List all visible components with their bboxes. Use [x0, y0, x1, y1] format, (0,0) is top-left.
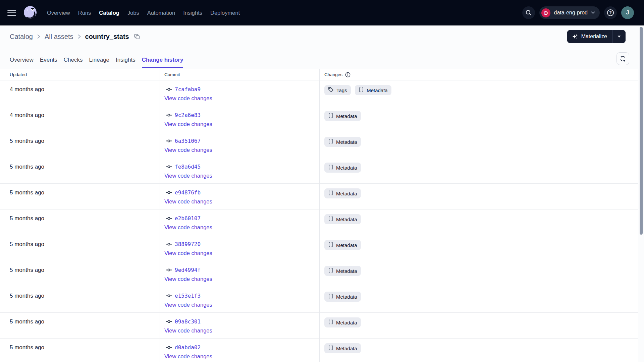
git-commit-icon [166, 164, 172, 170]
search-button[interactable] [522, 6, 535, 19]
view-code-changes-link[interactable]: View code changes [164, 249, 212, 258]
commit-hash-link[interactable]: e94876fb [175, 189, 201, 196]
commit-hash-link[interactable]: 7cafaba9 [175, 86, 201, 93]
commit-hash-link[interactable]: fe8a6d45 [175, 164, 201, 170]
refresh-button[interactable] [616, 52, 629, 65]
view-code-changes-link[interactable]: View code changes [164, 300, 212, 309]
row-updated: 5 months ago [0, 313, 160, 339]
row-updated: 5 months ago [0, 339, 160, 362]
breadcrumb-link-all-assets[interactable]: All assets [45, 33, 73, 41]
caret-down-icon [618, 36, 621, 38]
app-root: Overview Runs Catalog Jobs Automation In… [0, 0, 644, 362]
refresh-icon [620, 55, 626, 62]
row-commit: d0abda02 View code changes [160, 339, 320, 362]
commit-hash-link[interactable]: 09a8c301 [175, 318, 201, 325]
view-code-changes-link[interactable]: View code changes [164, 326, 212, 335]
nav-item-overview[interactable]: Overview [46, 8, 71, 18]
materialize-dropdown-button[interactable] [612, 30, 626, 43]
nav-item-catalog[interactable]: Catalog [98, 8, 120, 18]
commit-hash-link[interactable]: 6a351067 [175, 138, 201, 144]
column-header-updated: Updated [0, 69, 160, 80]
row-commit: e94876fb View code changes [160, 184, 320, 209]
git-commit-icon [166, 241, 172, 247]
search-icon [525, 9, 532, 16]
commit-hash-link[interactable]: e153e1f3 [175, 293, 201, 299]
view-code-changes-link[interactable]: View code changes [164, 275, 212, 284]
view-code-changes-link[interactable]: View code changes [164, 94, 212, 103]
commit-line: 38899720 [164, 240, 319, 249]
view-code-changes-link[interactable]: View code changes [164, 197, 212, 206]
row-changes: Metadata [320, 339, 638, 362]
commit-line: fe8a6d45 [164, 162, 319, 171]
row-updated: 5 months ago [0, 132, 160, 158]
copy-asset-name-button[interactable] [134, 34, 140, 40]
badge-metadata: Metadata [324, 214, 361, 224]
row-commit: 6a351067 View code changes [160, 132, 320, 158]
view-code-changes-link[interactable]: View code changes [164, 223, 212, 232]
menu-bar [7, 15, 16, 16]
brackets-icon [328, 190, 333, 196]
brackets-icon [328, 216, 333, 222]
commit-line: 09a8c301 [164, 317, 319, 326]
dagster-logo-octopus [22, 5, 38, 20]
top-nav: Overview Runs Catalog Jobs Automation In… [0, 0, 644, 25]
column-header-changes-label: Changes [324, 72, 342, 77]
workspace-name: data-eng-prod [554, 10, 588, 16]
view-code-changes-link[interactable]: View code changes [164, 171, 212, 180]
nav-item-insights[interactable]: Insights [182, 8, 203, 18]
badge-tags: Tags [324, 85, 351, 95]
nav-right: D data-eng-prod ? J [522, 6, 634, 19]
breadcrumb-link-catalog[interactable]: Catalog [10, 33, 33, 41]
view-code-changes-link[interactable]: View code changes [164, 145, 212, 155]
commit-hash-link[interactable]: d0abda02 [175, 344, 201, 351]
info-icon[interactable] [345, 72, 351, 78]
tab-insights[interactable]: Insights [116, 57, 136, 68]
tab-checks[interactable]: Checks [64, 57, 83, 68]
materialize-button[interactable]: Materialize [567, 30, 612, 43]
row-changes: Metadata [320, 132, 638, 158]
table-row: 5 months ago e2b60107 View code changes … [0, 209, 638, 235]
nav-item-jobs[interactable]: Jobs [127, 8, 140, 18]
table-row: 5 months ago 38899720 View code changes … [0, 235, 638, 261]
nav-item-automation[interactable]: Automation [147, 8, 176, 18]
row-changes: Metadata [320, 158, 638, 184]
table-body: 4 months ago 7cafaba9 View code changes … [0, 80, 638, 362]
tab-lineage[interactable]: Lineage [89, 57, 110, 68]
main-nav: Overview Runs Catalog Jobs Automation In… [46, 8, 247, 18]
menu-bar [7, 12, 16, 13]
table-row: 5 months ago e153e1f3 View code changes … [0, 287, 638, 313]
tab-change-history[interactable]: Change history [142, 57, 183, 68]
breadcrumb-current-asset: country_stats [85, 33, 129, 41]
tab-events[interactable]: Events [40, 57, 57, 68]
user-avatar[interactable]: J [621, 6, 634, 19]
nav-item-runs[interactable]: Runs [77, 8, 92, 18]
scrollbar-thumb[interactable] [640, 27, 643, 235]
badge-metadata: Metadata [355, 85, 391, 95]
view-code-changes-link[interactable]: View code changes [164, 352, 212, 361]
tab-overview[interactable]: Overview [10, 57, 34, 68]
row-updated: 5 months ago [0, 235, 160, 261]
nav-item-deployment[interactable]: Deployment [210, 8, 240, 18]
dagster-logo[interactable] [22, 5, 38, 21]
brackets-icon [328, 242, 333, 247]
materialize-label: Materialize [581, 34, 607, 40]
view-code-changes-link[interactable]: View code changes [164, 120, 212, 129]
row-commit: 7cafaba9 View code changes [160, 80, 320, 106]
workspace-switcher[interactable]: D data-eng-prod [539, 6, 600, 19]
badge-metadata: Metadata [324, 343, 361, 353]
table-row: 5 months ago 9ed4994f View code changes … [0, 261, 638, 287]
row-updated: 4 months ago [0, 80, 160, 106]
menu-icon[interactable] [7, 9, 17, 17]
brackets-icon [328, 267, 333, 273]
commit-hash-link[interactable]: e2b60107 [175, 215, 201, 222]
row-updated: 5 months ago [0, 287, 160, 313]
commit-hash-link[interactable]: 9ed4994f [175, 267, 201, 273]
commit-hash-link[interactable]: 9c2a6e83 [175, 112, 201, 118]
badge-metadata: Metadata [324, 266, 361, 276]
asset-tab-bar: Overview Events Checks Lineage Insights … [0, 48, 644, 69]
copy-icon [134, 34, 140, 40]
help-button[interactable]: ? [604, 6, 617, 19]
commit-hash-link[interactable]: 38899720 [175, 241, 201, 247]
table-row: 5 months ago fe8a6d45 View code changes … [0, 158, 638, 184]
badge-metadata: Metadata [324, 137, 361, 147]
